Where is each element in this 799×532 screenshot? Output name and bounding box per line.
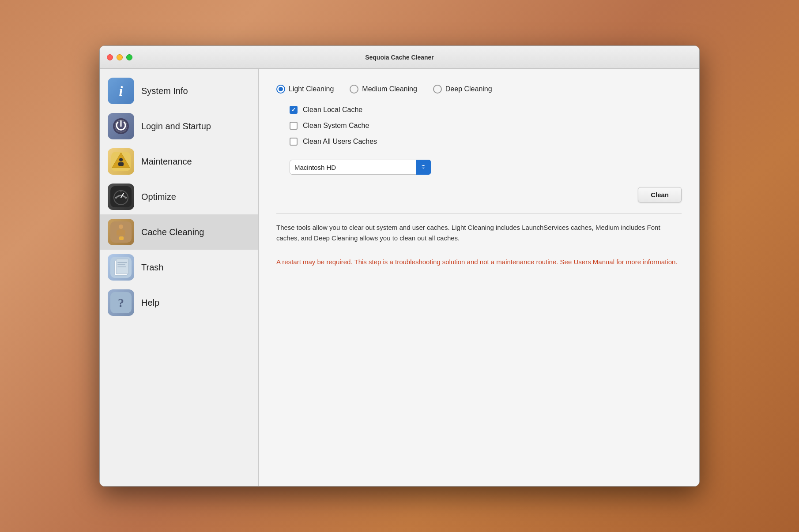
content-divider (276, 213, 682, 214)
sidebar-label-optimize: Optimize (141, 192, 176, 202)
svg-rect-14 (117, 230, 119, 236)
radio-medium-indicator (350, 85, 358, 94)
checkbox-option-all-users[interactable]: Clean All Users Caches (290, 138, 682, 146)
checkbox-local-indicator (290, 106, 298, 114)
cache-cleaning-icon (108, 219, 134, 245)
sidebar-item-optimize[interactable]: Optimize (100, 179, 258, 214)
clean-button-row: Clean (276, 187, 682, 202)
sidebar-item-help[interactable]: ? Help (100, 285, 258, 320)
sidebar-label-maintenance: Maintenance (141, 157, 192, 167)
radio-option-deep[interactable]: Deep Cleaning (433, 85, 492, 94)
checkbox-system-label: Clean System Cache (303, 122, 369, 130)
clean-button[interactable]: Clean (638, 187, 682, 202)
minimize-button[interactable] (117, 54, 123, 60)
svg-rect-22 (117, 266, 126, 267)
checkbox-all-users-label: Clean All Users Caches (303, 138, 377, 146)
help-icon: ? (108, 289, 134, 316)
maximize-button[interactable] (126, 54, 132, 60)
volume-dropdown-row: Macintosh HD (290, 160, 682, 175)
sidebar-label-cache-cleaning: Cache Cleaning (141, 227, 204, 237)
radio-option-medium[interactable]: Medium Cleaning (350, 85, 417, 94)
svg-rect-16 (119, 236, 124, 240)
sidebar-item-system-info[interactable]: i System Info (100, 73, 258, 109)
cleaning-mode-group: Light Cleaning Medium Cleaning Deep Clea… (276, 85, 682, 94)
sidebar-item-trash[interactable]: Trash (100, 250, 258, 285)
svg-point-4 (119, 158, 123, 161)
login-startup-icon (108, 113, 134, 139)
sidebar-item-login-startup[interactable]: Login and Startup (100, 109, 258, 144)
sidebar-label-trash: Trash (141, 262, 163, 273)
trash-icon (108, 254, 134, 281)
svg-rect-15 (123, 230, 125, 236)
warning-text: A restart may be required. This step is … (276, 257, 682, 267)
svg-rect-21 (117, 264, 125, 265)
volume-dropdown-wrapper[interactable]: Macintosh HD (290, 160, 431, 175)
window-title: Sequoia Cache Cleaner (365, 54, 434, 61)
checkbox-system-indicator (290, 122, 298, 130)
radio-light-indicator (276, 85, 285, 94)
sidebar-item-maintenance[interactable]: Maintenance (100, 144, 258, 179)
svg-point-12 (119, 225, 123, 229)
checkbox-option-system[interactable]: Clean System Cache (290, 122, 682, 130)
checkbox-all-users-indicator (290, 138, 298, 146)
radio-option-light[interactable]: Light Cleaning (276, 85, 334, 94)
radio-medium-label: Medium Cleaning (362, 85, 417, 93)
sidebar-item-cache-cleaning[interactable]: Cache Cleaning (100, 214, 258, 250)
traffic-lights (107, 54, 132, 60)
content-area: Light Cleaning Medium Cleaning Deep Clea… (259, 69, 699, 486)
sidebar: i System Info Login and Startup (100, 69, 259, 486)
sidebar-label-system-info: System Info (141, 86, 188, 96)
radio-light-label: Light Cleaning (289, 85, 334, 93)
svg-text:?: ? (118, 296, 124, 310)
system-info-icon: i (108, 78, 134, 104)
radio-deep-indicator (433, 85, 442, 94)
checkbox-local-label: Clean Local Cache (303, 106, 362, 114)
app-window: Sequoia Cache Cleaner i System Info (99, 45, 700, 487)
titlebar: Sequoia Cache Cleaner (100, 46, 699, 69)
volume-dropdown[interactable]: Macintosh HD (290, 160, 431, 175)
svg-rect-5 (118, 162, 124, 166)
svg-rect-20 (117, 262, 127, 263)
sidebar-label-login-startup: Login and Startup (141, 121, 211, 131)
description-text: These tools allow you to clear out syste… (276, 222, 682, 244)
cache-options-group: Clean Local Cache Clean System Cache Cle… (290, 106, 682, 146)
sidebar-label-help: Help (141, 298, 159, 308)
optimize-icon (108, 184, 134, 210)
close-button[interactable] (107, 54, 113, 60)
radio-deep-label: Deep Cleaning (445, 85, 492, 93)
checkbox-option-local[interactable]: Clean Local Cache (290, 106, 682, 114)
svg-rect-13 (118, 229, 124, 236)
maintenance-icon (108, 148, 134, 175)
main-content: i System Info Login and Startup (100, 69, 699, 486)
